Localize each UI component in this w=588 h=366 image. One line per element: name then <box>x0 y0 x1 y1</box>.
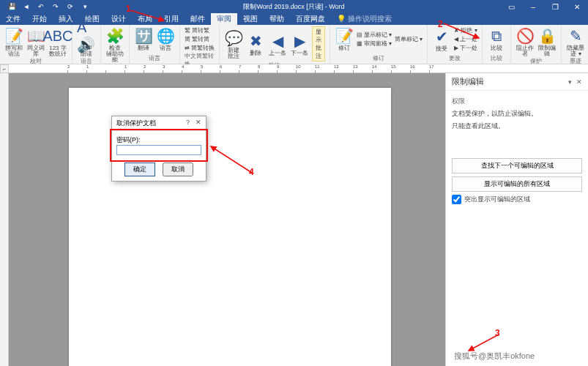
ribbon-button-审阅窗格▾[interactable]: ▦审阅窗格 ▾ <box>357 40 392 48</box>
group-label: 修订 <box>373 54 384 62</box>
password-input[interactable] <box>116 145 201 155</box>
ruler-tick: 2 <box>67 64 86 73</box>
svg-line-3 <box>211 146 252 173</box>
save-icon[interactable]: 💾 <box>7 2 16 11</box>
ribbon-button-检查辅助功能[interactable]: 🧩检查 辅助功能 <box>105 26 124 63</box>
ruler-tick: 3 <box>163 64 182 73</box>
annotation-4: 4 <box>249 167 254 177</box>
dialog-help-icon[interactable]: ? <box>186 119 190 128</box>
back-icon[interactable]: ◄ <box>22 2 31 11</box>
ruler-tick: 6 <box>220 64 239 73</box>
ribbon-button-翻译[interactable]: 🈂️翻译 <box>134 26 153 51</box>
ruler-tick: 15 <box>391 64 410 73</box>
tab-插入[interactable]: 插入 <box>53 13 79 25</box>
tab-设计[interactable]: 设计 <box>105 13 132 25</box>
ruler-tick: 9 <box>277 64 296 73</box>
修订-icon: 📝 <box>335 26 354 45</box>
minimize-button[interactable]: – <box>522 0 544 13</box>
document-canvas[interactable] <box>9 73 445 366</box>
password-label: 密码(P): <box>116 135 201 145</box>
show-comments-button[interactable]: 显示批注 <box>312 26 325 61</box>
ruler-tick <box>105 64 124 73</box>
检查 辅助功能-icon: 🧩 <box>105 26 124 45</box>
tab-审阅[interactable]: 审阅 <box>211 13 237 25</box>
ribbon-dropdown[interactable]: 简单标记 ▾ <box>395 35 423 43</box>
ribbon-button-简繁转换[interactable]: ⇄简繁转换 <box>185 44 215 52</box>
ribbon-group-保护: 🚫阻止作者🔒限制编辑保护 <box>511 25 562 64</box>
panel-dropdown-icon[interactable]: ▾ <box>568 78 572 86</box>
ribbon-button-显示标记▾[interactable]: ▤显示标记 ▾ <box>357 31 392 39</box>
cancel-button[interactable]: 取消 <box>163 163 193 176</box>
tab-百度网盘[interactable]: 百度网盘 <box>290 13 331 25</box>
svg-line-0 <box>130 10 164 20</box>
panel-close-icon[interactable]: ✕ <box>576 78 582 86</box>
document-title: 限制Word 2019.docx [只读] - Word <box>243 2 344 12</box>
tab-邮件[interactable]: 邮件 <box>185 13 211 25</box>
ruler-tick: 11 <box>315 64 334 73</box>
ribbon-button-繁转简[interactable]: 简繁转简 <box>185 35 215 43</box>
ribbon-button-上一条[interactable]: ◀上一条 <box>268 31 287 56</box>
删除-icon: ✖ <box>246 31 265 51</box>
tab-帮助[interactable]: 帮助 <box>264 13 290 25</box>
horizontal-ruler: ⌐ 211234567891011121314151617 <box>9 64 588 73</box>
panel-section-label: 权限 <box>452 97 582 106</box>
highlight-regions-checkbox[interactable]: 突出显示可编辑的区域 <box>452 195 582 204</box>
ruler-tick: 2 <box>144 64 163 73</box>
ribbon-button-删除[interactable]: ✖删除 <box>246 31 265 56</box>
ruler-tick: 4 <box>182 64 201 73</box>
ribbon-button-下一条[interactable]: ▶下一条 <box>290 31 309 56</box>
ruler-tick: 1 <box>124 64 144 73</box>
tab-开始[interactable]: 开始 <box>26 13 53 25</box>
dialog-close-icon[interactable]: ✕ <box>196 119 201 128</box>
workspace: 限制编辑 ▾ ✕ 权限 文档受保护，以防止误编辑。 只能查看此区域。 查找下一个… <box>0 73 588 366</box>
undo-icon[interactable]: ↶ <box>37 2 45 11</box>
ribbon-button-修订[interactable]: 📝修订 <box>335 26 354 51</box>
大声 朗读-icon: A🔊 <box>77 26 96 45</box>
window-controls: ▭ – ❐ ✕ <box>500 0 588 13</box>
annotation-1: 1 <box>126 4 131 14</box>
redo-icon[interactable]: ↷ <box>51 2 60 11</box>
阻止作者-icon: 🚫 <box>516 26 535 45</box>
隐藏墨 迹 ▾-icon: ✎ <box>566 26 585 45</box>
ribbon-group-辅助功能: 🧩检查 辅助功能辅助功能 <box>101 25 130 64</box>
拼写和语法-icon: 📝 <box>4 26 23 45</box>
ruler-tick: 5 <box>201 64 220 73</box>
ruler-tick: 13 <box>353 64 372 73</box>
ribbon-button-比较[interactable]: ⧉比较 <box>487 26 506 51</box>
ribbon-button-新建批注[interactable]: 💬新建 批注 <box>224 29 243 59</box>
panel-text-2: 只能查看此区域。 <box>452 122 582 131</box>
ribbon-button-123字数统计[interactable]: ABC123 字数统计 <box>48 26 67 57</box>
翻译-icon: 🈂️ <box>134 26 153 45</box>
ruler-tick: 14 <box>372 64 391 73</box>
refresh-icon[interactable]: ⟳ <box>66 2 75 11</box>
ruler-tick: 16 <box>410 64 429 73</box>
ruler-tick: 7 <box>239 64 258 73</box>
highlight-regions-checkbox-input[interactable] <box>452 195 461 204</box>
上一条-icon: ◀ <box>268 31 287 51</box>
restore-button[interactable]: ❐ <box>544 0 566 13</box>
tab-视图[interactable]: 视图 <box>237 13 264 25</box>
ok-button[interactable]: 确定 <box>124 163 155 176</box>
ribbon-group-中文简繁转换: 繁简转繁简繁转简⇄简繁转换中文简繁转换 <box>180 25 220 64</box>
close-button[interactable]: ✕ <box>566 0 588 13</box>
tell-me-search[interactable]: 💡 操作说明搜索 <box>331 13 398 25</box>
ribbon-group-校对: 📝拼写和语法📖同义词库ABC123 字数统计校对 <box>0 25 72 64</box>
ribbon-group-修订: 📝修订▤显示标记 ▾▦审阅窗格 ▾简单标记 ▾修订 <box>330 25 428 64</box>
restrict-editing-panel: 限制编辑 ▾ ✕ 权限 文档受保护，以防止误编辑。 只能查看此区域。 查找下一个… <box>445 73 588 366</box>
find-next-region-button[interactable]: 查找下一个可编辑的区域 <box>452 158 582 173</box>
ribbon-button-限制编辑[interactable]: 🔒限制编辑 <box>537 26 557 57</box>
ribbon-button-阻止作者[interactable]: 🚫阻止作者 <box>516 26 535 57</box>
unprotect-document-dialog: 取消保护文档 ? ✕ 密码(P): 确定 取消 <box>111 116 206 182</box>
arrow-1 <box>129 9 173 26</box>
ribbon-button-大声朗读[interactable]: A🔊大声 朗读 <box>77 26 96 57</box>
dialog-title: 取消保护文档 <box>116 119 156 128</box>
watermark: 搜狐号@奥凯丰okfone <box>454 351 535 362</box>
qat-more-icon[interactable]: ▾ <box>81 2 89 11</box>
ribbon-options-icon[interactable]: ▭ <box>500 0 522 13</box>
show-all-regions-button[interactable]: 显示可编辑的所有区域 <box>452 176 582 192</box>
ribbon-button-隐藏墨迹▾[interactable]: ✎隐藏墨 迹 ▾ <box>566 26 585 57</box>
ribbon-button-拼写和语法[interactable]: 📝拼写和语法 <box>4 26 23 57</box>
tab-文件[interactable]: 文件 <box>0 13 26 25</box>
ribbon-button-语言[interactable]: 🌐语言 <box>156 26 175 51</box>
ribbon-button-简转繁[interactable]: 繁简转繁 <box>185 26 215 34</box>
